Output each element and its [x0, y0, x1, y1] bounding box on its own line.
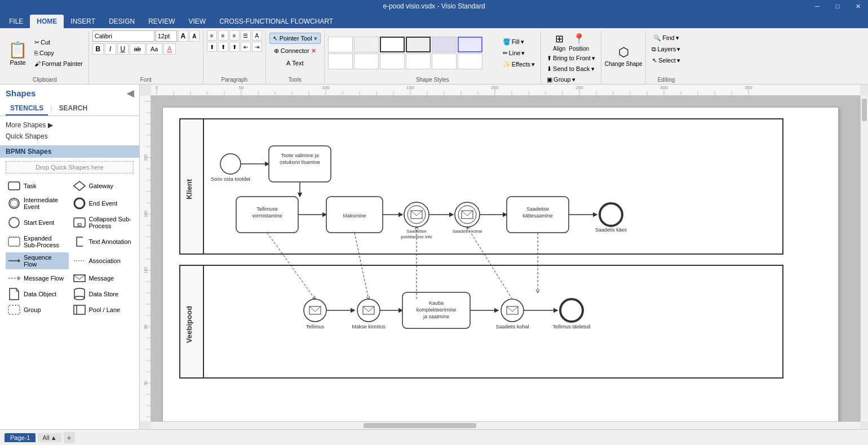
- shape-style-8[interactable]: [354, 54, 379, 69]
- format-painter-button[interactable]: 🖌 Format Painter: [32, 59, 85, 69]
- grow-font-button[interactable]: A: [178, 30, 188, 42]
- svg-rect-0: [8, 182, 20, 190]
- vertical-scrollbar[interactable]: [860, 96, 868, 421]
- v-scroll-thumb[interactable]: [862, 99, 867, 121]
- line-button[interactable]: ✏ Line ▾: [501, 48, 537, 58]
- shape-style-6[interactable]: [458, 37, 482, 52]
- tab-cross-functional[interactable]: CROSS-FUNCTIONAL FLOWCHART: [212, 15, 340, 28]
- align-right-button[interactable]: ≡: [229, 30, 240, 41]
- sequence-shape-icon: [8, 256, 20, 266]
- shape-style-2[interactable]: [354, 37, 379, 52]
- shape-style-7[interactable]: [328, 54, 353, 69]
- fill-button[interactable]: 🪣 Fill ▾: [501, 37, 537, 47]
- bullet-button[interactable]: ☰: [241, 30, 251, 41]
- sidebar-collapse-button[interactable]: ◀: [127, 88, 134, 99]
- align-center-button[interactable]: ≡: [218, 30, 228, 41]
- bpmn-shapes-item[interactable]: BPMN Shapes: [0, 145, 139, 158]
- tab-review[interactable]: REVIEW: [141, 15, 181, 28]
- font-size-input[interactable]: [156, 30, 177, 42]
- indent-dec-button[interactable]: ⇤: [241, 42, 251, 52]
- shape-style-1[interactable]: [328, 37, 353, 52]
- valign-bot-button[interactable]: ⬆: [229, 42, 240, 52]
- layers-button[interactable]: ⧉ Layers ▾: [649, 44, 683, 54]
- shape-style-3[interactable]: [380, 37, 405, 52]
- all-tab[interactable]: All ▲: [38, 433, 61, 442]
- add-page-button[interactable]: +: [64, 432, 75, 443]
- shape-item-data-store[interactable]: Data Store: [71, 287, 134, 301]
- canvas-content[interactable]: Klient Veebipood Soov osta tootdet Toote…: [151, 96, 860, 421]
- shape-item-end[interactable]: End Event: [71, 195, 134, 212]
- text-tool-button[interactable]: A Text: [284, 57, 307, 69]
- svg-text:130: 130: [144, 267, 148, 274]
- search-tab[interactable]: SEARCH: [54, 102, 92, 115]
- copy-button[interactable]: ⎘ Copy: [32, 48, 85, 58]
- shape-item-sequence[interactable]: Sequence Flow: [6, 252, 69, 269]
- change-shape-button[interactable]: ⬡: [618, 45, 629, 60]
- shape-item-annotation[interactable]: Text Annotation: [71, 233, 134, 250]
- tab-file[interactable]: FILE: [2, 15, 30, 28]
- shape-item-message-flow[interactable]: Message Flow: [6, 272, 69, 285]
- close-button[interactable]: ✕: [848, 0, 868, 12]
- message-flow-icon: [8, 273, 20, 283]
- italic-button[interactable]: I: [105, 43, 116, 55]
- shape-style-12[interactable]: [458, 54, 482, 69]
- sequence-label: Sequence Flow: [24, 254, 67, 268]
- bold-button[interactable]: B: [92, 43, 104, 55]
- tab-design[interactable]: DESIGN: [102, 15, 141, 28]
- indent-inc-button[interactable]: ⇥: [252, 42, 262, 52]
- shape-style-5[interactable]: [432, 37, 457, 52]
- shape-item-message[interactable]: Message: [71, 272, 134, 285]
- bring-to-front-button[interactable]: ⬆ Bring to Front ▾: [544, 53, 597, 63]
- effects-button[interactable]: ✨ Effects ▾: [501, 59, 537, 69]
- layers-icon: ⧉: [652, 46, 656, 53]
- font-color-button[interactable]: A: [163, 43, 176, 55]
- stencils-tab[interactable]: STENCILS: [6, 102, 48, 115]
- select-button[interactable]: ↖ Select ▾: [650, 55, 683, 65]
- shape-item-expanded[interactable]: Expanded Sub-Process: [6, 233, 69, 250]
- effects-icon: ✨: [503, 61, 511, 68]
- tab-insert[interactable]: INSERT: [64, 15, 102, 28]
- page-1-tab[interactable]: Page-1: [5, 433, 36, 442]
- font-size-para-button[interactable]: A: [252, 30, 262, 41]
- find-button[interactable]: 🔍 Find ▾: [651, 33, 681, 43]
- valign-mid-button[interactable]: ⬆: [218, 42, 228, 52]
- shape-item-intermediate[interactable]: Intermediate Event: [6, 195, 69, 212]
- send-to-back-button[interactable]: ⬇ Send to Back ▾: [544, 64, 597, 74]
- strikethrough-button[interactable]: ab: [130, 43, 145, 55]
- tab-home[interactable]: HOME: [30, 15, 64, 28]
- valign-top-button[interactable]: ⬆: [207, 42, 217, 52]
- quick-shapes-item[interactable]: Quick Shapes: [6, 131, 134, 142]
- shape-item-task[interactable]: Task: [6, 179, 69, 193]
- shape-item-collapsed[interactable]: + Collapsed Sub-Process: [71, 214, 134, 231]
- shape-style-4[interactable]: [406, 37, 431, 52]
- align-left-button[interactable]: ≡: [207, 30, 217, 41]
- shape-item-data-object[interactable]: Data Object: [6, 287, 69, 301]
- h-scroll-thumb[interactable]: [364, 423, 476, 428]
- case-button[interactable]: Aa: [147, 43, 162, 55]
- shape-style-11[interactable]: [432, 54, 457, 69]
- pointer-tool-button[interactable]: ↖ Pointer Tool ▾: [269, 33, 321, 44]
- shape-style-9[interactable]: [380, 54, 405, 69]
- horizontal-scrollbar[interactable]: [151, 421, 860, 429]
- minimize-button[interactable]: ─: [807, 0, 827, 12]
- shape-item-association[interactable]: Association: [71, 252, 134, 269]
- shape-item-group[interactable]: Group: [6, 303, 69, 317]
- shrink-font-button[interactable]: A: [189, 30, 200, 42]
- paste-button[interactable]: 📋 Paste: [5, 37, 31, 69]
- group-button[interactable]: ▣ Group ▾: [544, 74, 597, 84]
- maximize-button[interactable]: □: [827, 0, 848, 12]
- shape-item-gateway[interactable]: Gateway: [71, 179, 134, 193]
- cut-button[interactable]: ✂ Cut: [32, 37, 85, 47]
- diagram-page: Klient Veebipood Soov osta tootdet Toote…: [162, 107, 839, 421]
- connector-button[interactable]: ⊕ Connector ✕: [271, 45, 319, 56]
- underline-button[interactable]: U: [117, 43, 129, 55]
- shape-item-start[interactable]: Start Event: [6, 214, 69, 231]
- more-shapes-item[interactable]: More Shapes ▶: [6, 119, 134, 131]
- bring-to-front-label: Bring to Front: [553, 55, 591, 61]
- font-name-input[interactable]: [92, 30, 154, 42]
- shape-item-pool[interactable]: Pool / Lane: [71, 303, 134, 317]
- clipboard-group: 📋 Paste ✂ Cut ⎘ Copy 🖌 Format Painter Cl…: [1, 30, 89, 84]
- window-controls: ─ □ ✕: [807, 0, 868, 12]
- tab-view[interactable]: VIEW: [182, 15, 213, 28]
- shape-style-10[interactable]: [406, 54, 431, 69]
